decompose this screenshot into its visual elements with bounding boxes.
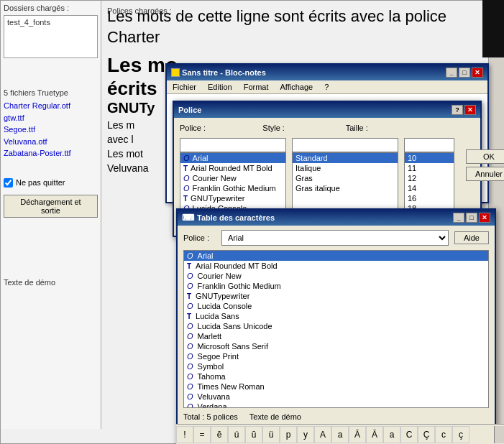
police-input[interactable]: Arial: [180, 138, 286, 152]
cc17[interactable]: ç: [452, 426, 469, 443]
police-help-btn[interactable]: ?: [452, 105, 463, 115]
taille-10[interactable]: 10: [405, 153, 454, 163]
font-file-3[interactable]: Segoe.ttf: [4, 124, 98, 136]
style-italique[interactable]: Italique: [293, 163, 398, 173]
char-font-dropdown-list[interactable]: O Arial T Arial Rounded MT Bold O Courie…: [183, 250, 489, 408]
char-list-franklin[interactable]: O Franklin Gothic Medium: [184, 281, 488, 291]
char-list-veluvana[interactable]: O Veluvana: [184, 392, 488, 402]
style-input[interactable]: Standard: [292, 138, 398, 152]
cc5[interactable]: ū: [245, 426, 262, 443]
menu-fichier[interactable]: Fichier: [170, 82, 199, 92]
no-quit-checkbox[interactable]: [4, 178, 13, 188]
ok-button[interactable]: OK: [466, 149, 504, 164]
char-list-lucida-console[interactable]: O Lucida Console: [184, 301, 488, 311]
menu-affichage[interactable]: Affichage: [278, 82, 316, 92]
char-list-ms-sans-serif[interactable]: O Microsoft Sans Serif: [184, 341, 488, 351]
char-list-marlett[interactable]: O Marlett: [184, 331, 488, 341]
dossiers-label: Dossiers chargés :: [4, 4, 98, 12]
font-icon-o2: O: [183, 174, 190, 182]
taille-11[interactable]: 11: [405, 163, 454, 173]
dossiers-list: test_4_fonts: [4, 15, 98, 58]
char-table-titlebar: ⌨ Table des caractères _ □ ✕: [178, 210, 495, 226]
char-help-btn[interactable]: Aide: [454, 231, 489, 244]
cc3[interactable]: ē: [211, 426, 228, 443]
menu-format[interactable]: Format: [241, 82, 272, 92]
char-list-lucida-sans-unicode[interactable]: O Lucida Sans Unicode: [184, 321, 488, 331]
char-list-symbol[interactable]: O Symbol: [184, 361, 488, 371]
char-table-title: Table des caractères: [197, 213, 275, 222]
cc2[interactable]: =: [193, 426, 211, 443]
style-listbox[interactable]: Standard Italique Gras Gras italique: [292, 152, 398, 217]
char-list-times[interactable]: O Times New Roman: [184, 381, 488, 392]
font-list-item-arial-rounded[interactable]: T Arial Rounded MT Bold: [180, 163, 285, 173]
font-list-item-franklin[interactable]: O Franklin Gothic Medium: [180, 183, 285, 193]
police-labels-row: Police : Style : Taille :: [180, 124, 475, 134]
police-col: Police :: [180, 124, 257, 134]
char-table-footer: Total : 5 polices Texte de démo: [178, 411, 495, 422]
char-close-btn[interactable]: ✕: [479, 213, 490, 223]
taille-14[interactable]: 14: [405, 183, 454, 193]
close-button[interactable]: ✕: [472, 68, 483, 78]
char-list-segoe-print[interactable]: O Segoe Print: [184, 351, 488, 361]
cc7[interactable]: p: [280, 426, 297, 443]
cc13[interactable]: a: [383, 426, 400, 443]
style-gras[interactable]: Gras: [293, 173, 398, 183]
cc8[interactable]: y: [297, 426, 314, 443]
cc11[interactable]: Ā: [349, 426, 366, 443]
font-icon-o: O: [183, 154, 190, 162]
char-list-courier[interactable]: O Courier New: [184, 271, 488, 281]
cc6[interactable]: ü: [262, 426, 280, 443]
spacer: [429, 124, 475, 134]
footer-demo: Texte de démo: [249, 412, 301, 421]
char-minimize-btn[interactable]: _: [453, 213, 464, 223]
cc10[interactable]: a: [331, 426, 349, 443]
font-list-item-courier[interactable]: O Courier New: [180, 173, 285, 183]
annuler-button[interactable]: Annuler: [466, 167, 504, 181]
char-list-lucida-sans[interactable]: T Lucida Sans: [184, 311, 488, 321]
cc16[interactable]: c: [435, 426, 452, 443]
cc12[interactable]: Ā: [366, 426, 383, 443]
taille-input[interactable]: 10: [404, 138, 454, 152]
style-gras-italique[interactable]: Gras italique: [293, 183, 398, 193]
char-list-arial[interactable]: O Arial: [184, 251, 488, 261]
style-standard[interactable]: Standard: [293, 153, 398, 163]
menu-help[interactable]: ?: [321, 82, 331, 92]
font-files-list: Charter Regular.otf gtw.ttf Segoe.ttf Ve…: [4, 100, 98, 159]
notepad-menubar: Fichier Edition Format Affichage ?: [167, 80, 487, 94]
font-file-2[interactable]: gtw.ttf: [4, 112, 98, 124]
char-font-select[interactable]: Arial: [221, 230, 449, 246]
police-close-btn[interactable]: ✕: [464, 105, 476, 115]
decharge-button[interactable]: Déchargement et sortie: [4, 195, 98, 218]
cc4[interactable]: ú: [228, 426, 245, 443]
char-maximize-btn[interactable]: □: [466, 213, 477, 223]
char-scrollbar-right[interactable]: [494, 426, 504, 443]
minimize-button[interactable]: _: [446, 68, 457, 78]
char-table-window: ⌨ Table des caractères _ □ ✕ Police : Ar…: [176, 208, 496, 444]
police-title: Police: [178, 106, 201, 114]
maximize-button[interactable]: □: [459, 68, 470, 78]
font-list-item-arial[interactable]: O Arial: [180, 153, 285, 163]
cc1[interactable]: !: [176, 426, 193, 443]
police-titlebar: Police ? ✕: [174, 102, 480, 118]
taille-12[interactable]: 12: [405, 173, 454, 183]
notepad-icon: [171, 68, 180, 77]
taille-listbox[interactable]: 10 11 12 14 16 18: [404, 152, 454, 217]
police-listbox[interactable]: O Arial T Arial Rounded MT Bold O Courie…: [180, 152, 286, 217]
char-list-tahoma[interactable]: O Tahoma: [184, 371, 488, 381]
taille-16[interactable]: 16: [405, 193, 454, 203]
char-list-gnu[interactable]: T GNUTypewriter: [184, 291, 488, 301]
font-file-4[interactable]: Veluvana.otf: [4, 136, 98, 148]
police-input-col: Arial O Arial T Arial Rounded MT Bold O …: [180, 138, 286, 217]
window-controls: _ □ ✕: [446, 68, 483, 78]
font-list-item-gnu[interactable]: T GNUTypewriter: [180, 193, 285, 203]
font-file-5[interactable]: Zabatana-Poster.ttf: [4, 147, 98, 159]
char-list-verdana[interactable]: O Verdana: [184, 402, 488, 408]
font-file-1[interactable]: Charter Regular.otf: [4, 100, 98, 112]
menu-edition[interactable]: Edition: [205, 82, 235, 92]
cc14[interactable]: C: [400, 426, 418, 443]
cc9[interactable]: A: [314, 426, 331, 443]
footer-total: Total : 5 polices: [183, 412, 238, 421]
cc15[interactable]: Ç: [418, 426, 435, 443]
no-quit-row: Ne pas quitter: [4, 178, 98, 188]
char-list-arial-rounded[interactable]: T Arial Rounded MT Bold: [184, 261, 488, 271]
